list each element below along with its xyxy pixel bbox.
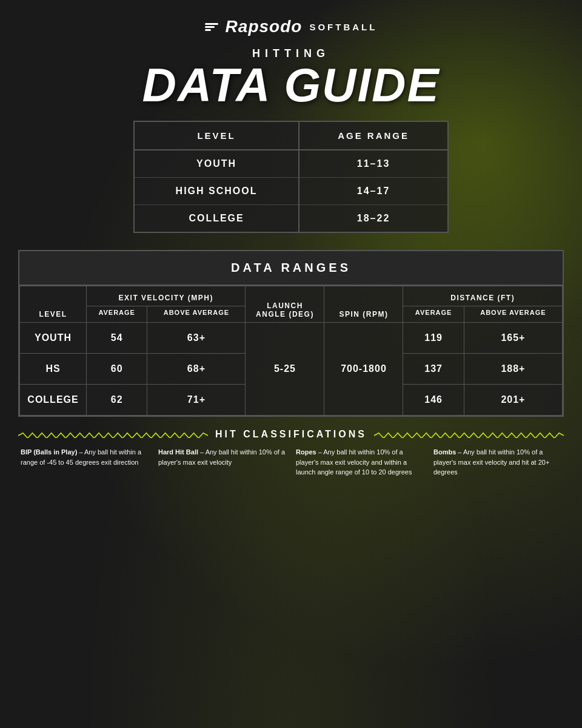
age-range-cell: 14–17 <box>299 178 447 205</box>
data-ranges-table: LEVEL EXIT VELOCITY (MPH) LAUNCH ANGLE (… <box>19 286 563 416</box>
main-content: Rapsodo SOFTBALL HITTING DATA GUIDE LEVE… <box>0 0 582 487</box>
classification-item-2: Ropes – Any ball hit within 10% of a pla… <box>296 447 424 477</box>
product-name: SOFTBALL <box>309 22 377 32</box>
level-table-row: COLLEGE 18–22 <box>135 205 447 232</box>
dr-spin-header: SPIN (RPM) <box>324 286 403 323</box>
data-ranges-title: DATA RANGES <box>231 261 351 274</box>
classification-item-0: BIP (Balls in Play) – Any ball hit withi… <box>21 447 149 477</box>
dr-spin-merged: 700-1800 <box>324 323 403 416</box>
hit-classifications-label: HIT CLASSIFICATIONS <box>215 429 367 440</box>
logo-area: Rapsodo SOFTBALL <box>205 17 378 36</box>
dr-la-merged: 5-25 <box>246 323 324 416</box>
dr-ev-avg-youth: 54 <box>87 323 147 354</box>
level-table-row: YOUTH 11–13 <box>135 150 447 178</box>
classification-text-1: Hard Hit Ball – Any ball hit within 10% … <box>158 447 286 467</box>
dr-level-header: LEVEL <box>20 286 87 323</box>
level-age-table: LEVEL AGE RANGE YOUTH 11–13 HIGH SCHOOL … <box>133 121 449 233</box>
data-ranges-section: DATA RANGES LEVEL EXIT VELOCITY (MPH) LA… <box>18 250 564 417</box>
dist-above-subheader: ABOVE AVERAGE <box>464 306 562 323</box>
logo-bars-icon <box>205 23 218 31</box>
dr-dist-above-college: 201+ <box>464 385 562 416</box>
dr-dist-above-youth: 165+ <box>464 323 562 354</box>
dr-ev-above-college: 71+ <box>147 385 246 416</box>
data-ranges-title-row: DATA RANGES <box>19 251 563 286</box>
dist-avg-subheader: AVERAGE <box>403 306 464 323</box>
level-cell: HIGH SCHOOL <box>135 178 299 205</box>
level-table-row: HIGH SCHOOL 14–17 <box>135 178 447 205</box>
data-row-youth: YOUTH 54 63+ 5-25 700-1800 119 165+ <box>20 323 563 354</box>
classification-text-2: Ropes – Any ball hit within 10% of a pla… <box>296 447 424 477</box>
ev-avg-subheader: AVERAGE <box>87 306 147 323</box>
dr-ev-avg-hs: 60 <box>87 354 147 385</box>
dr-dist-avg-hs: 137 <box>403 354 464 385</box>
zigzag-left <box>18 431 208 438</box>
page-title: DATA GUIDE <box>142 61 440 109</box>
level-cell: COLLEGE <box>135 205 299 232</box>
dr-level-youth: YOUTH <box>20 323 87 354</box>
dr-ev-header: EXIT VELOCITY (MPH) <box>87 286 246 306</box>
ev-above-subheader: ABOVE AVERAGE <box>147 306 246 323</box>
dr-level-college: COLLEGE <box>20 385 87 416</box>
dr-dist-avg-youth: 119 <box>403 323 464 354</box>
age-range-cell: 11–13 <box>299 150 447 178</box>
hit-classifications-section: HIT CLASSIFICATIONS BIP (Balls in Play) … <box>18 429 564 487</box>
dr-dist-avg-college: 146 <box>403 385 464 416</box>
level-col-header: LEVEL <box>135 122 299 150</box>
dr-ev-avg-college: 62 <box>87 385 147 416</box>
zigzag-divider: HIT CLASSIFICATIONS <box>18 429 564 440</box>
level-cell: YOUTH <box>135 150 299 178</box>
dr-ev-above-hs: 68+ <box>147 354 246 385</box>
classification-text-3: Bombs – Any ball hit within 10% of a pla… <box>433 447 561 477</box>
dr-dist-above-hs: 188+ <box>464 354 562 385</box>
classification-item-3: Bombs – Any ball hit within 10% of a pla… <box>433 447 561 477</box>
dr-la-header: LAUNCH ANGLE (DEG) <box>246 286 324 323</box>
level-table-inner: LEVEL AGE RANGE YOUTH 11–13 HIGH SCHOOL … <box>135 122 447 232</box>
classification-text-0: BIP (Balls in Play) – Any ball hit withi… <box>21 447 149 467</box>
dr-ev-above-youth: 63+ <box>147 323 246 354</box>
age-range-col-header: AGE RANGE <box>299 122 447 150</box>
classifications-grid: BIP (Balls in Play) – Any ball hit withi… <box>18 447 564 477</box>
dr-dist-header: DISTANCE (FT) <box>403 286 563 306</box>
dr-level-hs: HS <box>20 354 87 385</box>
classification-item-1: Hard Hit Ball – Any ball hit within 10% … <box>158 447 286 477</box>
age-range-cell: 18–22 <box>299 205 447 232</box>
zigzag-right <box>374 431 564 438</box>
brand-name: Rapsodo <box>226 17 303 36</box>
